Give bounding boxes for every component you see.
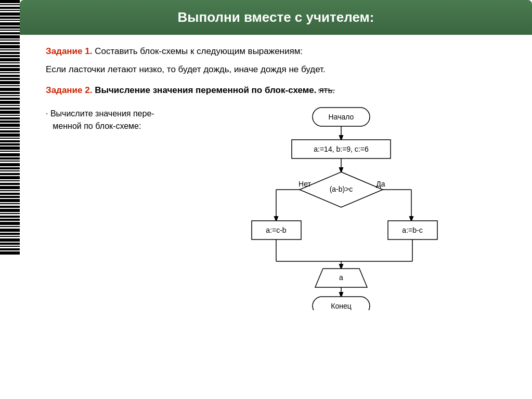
- task1-paragraph1: Если ласточки летают низко, то будет дож…: [46, 63, 506, 76]
- end-label: Конец: [331, 302, 351, 310]
- branch-yes-label: a:=b-c: [402, 226, 422, 234]
- no-label: Нет: [299, 180, 311, 188]
- task1-description: Составить блок-схемы к следующим выражен…: [95, 46, 303, 56]
- diagram-section: · Вычислите значения пере- менной по бло…: [46, 102, 506, 310]
- flowchart-svg: Начало a:=14, b:=9, c:=6 (a-b)>c Нет Да: [237, 102, 456, 310]
- task2-number: Задание 2.: [46, 85, 92, 95]
- left-text-line1: Вычислите значения пере-: [50, 109, 154, 118]
- left-text-line2: менной по блок-схеме:: [53, 122, 141, 130]
- bullet-icon: ·: [46, 109, 48, 118]
- content-area: Задание 1. Составить блок-схемы к следую…: [20, 35, 532, 321]
- header: Выполни вместе с учителем:: [20, 0, 532, 35]
- start-label: Начало: [328, 113, 354, 121]
- flowchart: Начало a:=14, b:=9, c:=6 (a-b)>c Нет Да: [186, 102, 506, 310]
- left-description: · Вычислите значения пере- менной по бло…: [46, 102, 176, 132]
- condition-label: (a-b)>c: [329, 185, 353, 193]
- overlap-area: Если погода будет хорошая, то перед тем,…: [46, 84, 506, 97]
- init-label: a:=14, b:=9, c:=6: [314, 145, 369, 153]
- task1-number: Задание 1.: [46, 46, 92, 56]
- main-content: Выполни вместе с учителем: Задание 1. Со…: [20, 0, 532, 399]
- branch-no-label: a:=c-b: [266, 226, 287, 234]
- header-title: Выполни вместе с учителем:: [30, 9, 522, 25]
- yes-label: Да: [376, 180, 385, 188]
- task2-overlay-header: Задание 2. Вычисление значения переменно…: [46, 84, 318, 97]
- task2-title-text: Вычисление значения переменной по блок-с…: [95, 85, 316, 95]
- task1-label: Задание 1. Составить блок-схемы к следую…: [46, 46, 506, 57]
- barcode-strip: [0, 0, 20, 399]
- output-label: a: [339, 273, 343, 282]
